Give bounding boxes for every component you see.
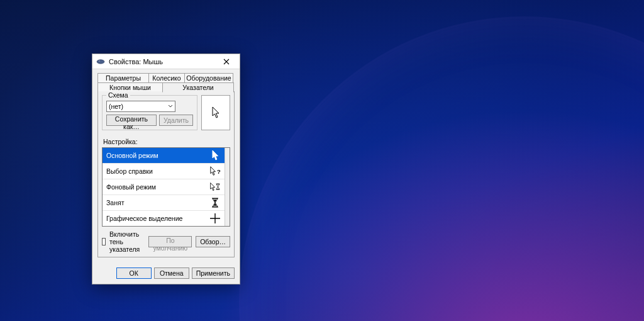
defaults-button[interactable]: По умолчанию	[148, 236, 192, 247]
tab-pointer-options[interactable]: Параметры указателя	[97, 73, 149, 83]
delete-scheme-button[interactable]: Удалить	[159, 115, 193, 126]
pointer-list-item-label: Основной режим	[106, 152, 158, 159]
chevron-down-icon	[168, 104, 173, 108]
tab-pointers[interactable]: Указатели	[162, 82, 234, 93]
apply-button[interactable]: Применить	[192, 268, 235, 279]
tab-pointers-panel: Схема (нет) Сохранить как… Удалить	[97, 91, 235, 257]
dialog-client-area: Параметры указателя Колесико Оборудовани…	[92, 69, 240, 262]
scheme-group-label: Схема	[106, 91, 130, 99]
scheme-combo-value: (нет)	[109, 103, 123, 110]
arrow-icon	[209, 150, 221, 161]
arrow-cursor-icon	[211, 106, 220, 119]
pointer-preview-box	[201, 95, 230, 130]
shadow-checkbox[interactable]	[102, 238, 106, 245]
pointer-listbox[interactable]: Основной режимВыбор справки?Фоновый режи…	[102, 147, 230, 227]
svg-point-1	[99, 60, 100, 61]
dialog-button-row: ОК Отмена Применить	[92, 262, 240, 284]
titlebar[interactable]: Свойства: Мышь	[92, 54, 240, 69]
pointer-list-item-label: Выбор справки	[106, 167, 153, 175]
save-as-button[interactable]: Сохранить как…	[106, 115, 157, 126]
pointer-list-item[interactable]: Основной режим	[103, 148, 225, 164]
mouse-properties-dialog: Свойства: Мышь Параметры указателя Колес…	[92, 54, 240, 284]
browse-button[interactable]: Обзор…	[196, 236, 230, 247]
pointer-list-item[interactable]: Фоновый режим	[103, 179, 225, 195]
close-button[interactable]	[216, 54, 237, 69]
customize-label: Настройка:	[103, 138, 230, 145]
crosshair-icon	[209, 213, 221, 223]
pointer-list-item-label: Фоновый режим	[106, 183, 156, 191]
tab-wheel[interactable]: Колесико	[148, 73, 185, 83]
arrow-help-icon: ?	[209, 166, 221, 177]
tab-strip: Параметры указателя Колесико Оборудовани…	[97, 73, 235, 92]
scheme-group: Схема (нет) Сохранить как… Удалить	[102, 95, 197, 130]
arrow-hourglass-icon	[209, 181, 221, 193]
tab-hardware[interactable]: Оборудование	[184, 73, 233, 83]
window-title: Свойства: Мышь	[109, 58, 216, 65]
pointer-list-item-label: Занят	[106, 199, 124, 206]
scrollbar[interactable]	[225, 148, 230, 226]
ok-button[interactable]: ОК	[116, 268, 152, 279]
hourglass-icon	[209, 198, 221, 208]
pointer-list-item-label: Графическое выделение	[106, 215, 182, 222]
cancel-button[interactable]: Отмена	[154, 268, 189, 279]
mouse-icon	[96, 57, 105, 66]
svg-text:?: ?	[217, 168, 221, 175]
pointer-list-item[interactable]: Выбор справки?	[103, 164, 225, 179]
scheme-combo[interactable]: (нет)	[106, 101, 175, 112]
pointer-list-item[interactable]: Графическое выделение	[103, 211, 225, 227]
pointer-list-item[interactable]: Занят	[103, 195, 225, 211]
svg-point-0	[97, 59, 104, 63]
shadow-checkbox-label: Включить тень указателя	[109, 230, 141, 253]
